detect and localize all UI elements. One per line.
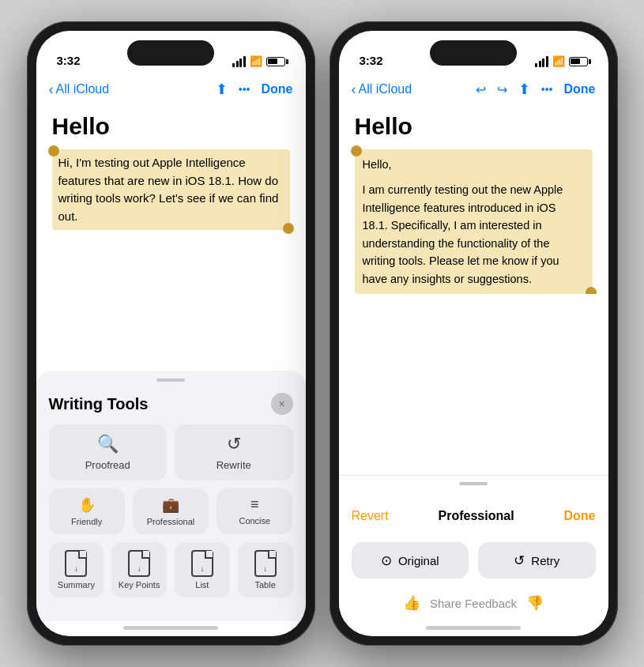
- note-title-right: Hello: [355, 113, 593, 140]
- feedback-row: 👍 Share Feedback 👎: [352, 585, 596, 621]
- selection-dot-tl: [48, 145, 59, 156]
- close-button[interactable]: ×: [271, 393, 293, 415]
- redo-icon-right[interactable]: ↪: [497, 82, 507, 97]
- dynamic-island-right: [430, 40, 517, 66]
- concise-icon: ≡: [250, 496, 259, 513]
- table-icon: ↓: [254, 550, 277, 577]
- retry-label: Retry: [531, 554, 559, 567]
- original-icon: ⊙: [381, 552, 392, 569]
- selection-dot-br: [283, 223, 294, 234]
- concise-label: Concise: [239, 516, 270, 526]
- original-button[interactable]: ⊙ Original: [352, 542, 469, 578]
- more-icon-right[interactable]: •••: [541, 83, 553, 96]
- home-indicator-left: [123, 626, 218, 630]
- wifi-icon-left: 📶: [250, 55, 262, 67]
- battery-right: [569, 57, 588, 66]
- thumbup-icon[interactable]: 👍: [403, 594, 420, 612]
- done-button-left[interactable]: Done: [262, 82, 293, 96]
- home-indicator-right: [426, 626, 521, 630]
- back-label-right: All iCloud: [359, 82, 412, 96]
- note-greeting: Hello,: [363, 156, 585, 173]
- rewrite-button[interactable]: ↺ Rewrite: [175, 424, 293, 480]
- panel-handle-right: [459, 482, 488, 485]
- note-title-left: Hello: [52, 113, 290, 140]
- battery-left: [266, 57, 285, 66]
- note-body-text-right: I am currently testing out the new Apple…: [363, 181, 585, 288]
- dynamic-island-left: [127, 40, 214, 66]
- revert-button[interactable]: Revert: [352, 509, 389, 523]
- panel-title: Writing Tools: [49, 395, 149, 413]
- share-icon-left[interactable]: ⬆: [216, 81, 228, 98]
- professional-button[interactable]: 💼 Professional: [133, 488, 209, 534]
- summary-button[interactable]: ↓ Summary: [49, 542, 104, 597]
- signal-icon-left: [232, 56, 246, 67]
- back-button-right[interactable]: ‹ All iCloud: [352, 82, 412, 96]
- selection-dot-br-right: [586, 287, 597, 294]
- proofread-icon: 🔍: [97, 434, 119, 454]
- action-bottom-bar: Revert Professional Done ⊙ Original ↺ Re…: [339, 475, 608, 621]
- list-label: List: [195, 580, 209, 590]
- note-content-right: Hello Hello, I am currently testing out …: [339, 107, 608, 294]
- summary-icon: ↓: [65, 550, 87, 577]
- note-content-left: Hello Hi, I'm testing out Apple Intellig…: [36, 107, 306, 371]
- selection-dot-tl-right: [351, 145, 362, 156]
- retry-icon: ↺: [514, 552, 525, 569]
- professional-label: Professional: [147, 517, 195, 526]
- friendly-icon: ✋: [78, 496, 96, 514]
- panel-handle: [156, 379, 185, 382]
- chevron-left-icon-right: ‹: [352, 82, 356, 96]
- rewrite-bar: Revert Professional Done: [352, 496, 596, 536]
- writing-tools-panel: Writing Tools × 🔍 Proofread ↺ Rewrite: [36, 371, 306, 621]
- panel-header: Writing Tools ×: [49, 393, 293, 415]
- done-button-right[interactable]: Done: [564, 82, 596, 96]
- rewrite-icon: ↺: [227, 434, 241, 454]
- note-body-left[interactable]: Hi, I'm testing out Apple Intelligence f…: [52, 149, 290, 230]
- share-icon-right[interactable]: ⬆: [518, 81, 530, 98]
- thumbdown-icon[interactable]: 👎: [526, 594, 544, 612]
- table-button[interactable]: ↓ Table: [238, 542, 293, 597]
- summary-label: Summary: [58, 580, 95, 590]
- table-label: Table: [254, 580, 275, 590]
- list-icon: ↓: [191, 550, 213, 577]
- status-icons-left: 📶: [232, 55, 285, 67]
- proofread-button[interactable]: 🔍 Proofread: [49, 424, 168, 480]
- tools-row-3: ↓ Summary ↓ Key Points ↓ Li: [49, 542, 293, 597]
- time-right: 3:32: [360, 54, 383, 67]
- list-button[interactable]: ↓ List: [175, 542, 230, 597]
- tools-row-2: ✋ Friendly 💼 Professional ≡ Concise: [49, 488, 293, 534]
- right-phone: 3:32 📶 ‹ Al: [330, 21, 618, 646]
- status-icons-right: 📶: [535, 55, 588, 67]
- done-action-button[interactable]: Done: [564, 509, 596, 523]
- original-label: Original: [398, 554, 439, 567]
- feedback-label[interactable]: Share Feedback: [430, 597, 517, 610]
- key-points-icon: ↓: [128, 550, 150, 577]
- note-body-text-left: Hi, I'm testing out Apple Intelligence f…: [58, 156, 279, 223]
- rewrite-label: Rewrite: [217, 459, 251, 471]
- nav-actions-left: ⬆ ••• Done: [216, 81, 293, 98]
- left-phone: 3:32 📶 ‹ Al: [27, 21, 315, 646]
- chevron-left-icon-left: ‹: [49, 82, 54, 96]
- wifi-icon-right: 📶: [552, 55, 565, 67]
- undo-icon-right[interactable]: ↩: [476, 82, 486, 97]
- concise-button[interactable]: ≡ Concise: [217, 488, 292, 534]
- note-body-right[interactable]: Hello, I am currently testing out the ne…: [355, 149, 593, 294]
- key-points-label: Key Points: [119, 580, 160, 590]
- friendly-button[interactable]: ✋ Friendly: [49, 488, 125, 534]
- spacer-right: [339, 294, 608, 475]
- proofread-label: Proofread: [85, 459, 130, 471]
- signal-icon-right: [535, 56, 548, 67]
- back-button-left[interactable]: ‹ All iCloud: [49, 82, 110, 96]
- nav-bar-right: ‹ All iCloud ↩ ↪ ⬆ ••• Done: [339, 72, 608, 107]
- friendly-label: Friendly: [71, 517, 102, 526]
- more-icon-left[interactable]: •••: [239, 83, 250, 96]
- tools-row-1: 🔍 Proofread ↺ Rewrite: [49, 424, 293, 480]
- mode-label: Professional: [439, 509, 514, 523]
- retry-button[interactable]: ↺ Retry: [478, 542, 596, 578]
- key-points-button[interactable]: ↓ Key Points: [111, 542, 167, 597]
- action-buttons-row: ⊙ Original ↺ Retry: [352, 536, 596, 585]
- professional-icon: 💼: [162, 496, 179, 514]
- time-left: 3:32: [57, 54, 81, 67]
- back-label-left: All iCloud: [56, 82, 110, 96]
- nav-actions-right: ↩ ↪ ⬆ ••• Done: [476, 81, 596, 98]
- nav-bar-left: ‹ All iCloud ⬆ ••• Done: [36, 72, 306, 107]
